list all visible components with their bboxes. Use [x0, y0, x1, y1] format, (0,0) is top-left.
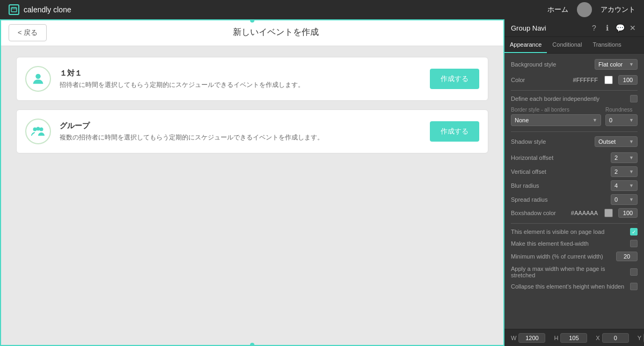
- color-row: Color #FFFFFF 100: [511, 75, 638, 85]
- border-roundness-row: Border style - all borders None ▼ Roundn…: [511, 107, 638, 126]
- min-width-label: Minimum width (% of current width): [511, 253, 616, 260]
- background-style-select[interactable]: Flat color ▼: [595, 59, 638, 70]
- svg-point-5: [33, 128, 37, 131]
- visible-on-load-label: This element is visible on page load: [511, 229, 630, 235]
- blur-radius-label: Blur radius: [511, 182, 539, 189]
- spread-radius-label: Spread radius: [511, 196, 548, 203]
- event-info-group: グループ 複数の招待者に時間を選択してもらう定期的にスケジュールできるイベントを…: [60, 121, 421, 142]
- roundness-label: Roundness: [605, 107, 638, 113]
- event-icon-group: [25, 119, 51, 144]
- create-button-group[interactable]: 作成する: [430, 121, 479, 142]
- define-border-checkbox[interactable]: [630, 95, 638, 102]
- define-border-row: Define each border independently: [511, 95, 638, 102]
- shadow-style-value: Outset: [598, 138, 616, 145]
- event-name-group: グループ: [60, 121, 421, 131]
- event-desc-group: 複数の招待者に時間を選択してもらう定期的にスケジュールできるイベントを作成します…: [60, 133, 421, 142]
- h-label: H: [554, 335, 558, 341]
- info-icon[interactable]: ℹ: [602, 24, 612, 32]
- roundness-group: Roundness 0 ▼: [605, 107, 638, 126]
- nav-account[interactable]: アカウント: [601, 5, 635, 14]
- events-area: １対１ 招待者に時間を選択してもらう定期的にスケジュールできるイベントを作成しま…: [0, 46, 504, 164]
- divider-2: [511, 131, 638, 132]
- collapse-height-row: Collapse this element's height when hidd…: [511, 283, 638, 290]
- x-input[interactable]: [602, 333, 629, 343]
- y-label: Y: [638, 335, 641, 341]
- apply-max-width-row: Apply a max width when the page is stret…: [511, 266, 638, 278]
- horizontal-offset-input[interactable]: 2 ▼: [611, 152, 638, 163]
- fixed-width-label: Make this element fixed-width: [511, 240, 630, 247]
- horizontal-offset-label: Horizontal offset: [511, 154, 553, 161]
- shadow-style-label: Shadow style: [511, 138, 546, 145]
- svg-rect-0: [11, 8, 17, 12]
- width-input[interactable]: [518, 333, 545, 343]
- back-button[interactable]: < 戻る: [9, 24, 47, 41]
- min-width-input[interactable]: [616, 252, 638, 261]
- collapse-height-label: Collapse this element's height when hidd…: [511, 283, 630, 290]
- event-info-1on1: １対１ 招待者に時間を選択してもらう定期的にスケジュールできるイベントを作成しま…: [60, 69, 421, 90]
- event-card-group: グループ 複数の招待者に時間を選択してもらう定期的にスケジュールできるイベントを…: [16, 109, 488, 153]
- spread-chevron: ▼: [629, 197, 634, 202]
- height-input[interactable]: [560, 333, 587, 343]
- app-icon: [9, 4, 19, 15]
- h-offset-chevron: ▼: [629, 155, 634, 160]
- panel-icons: ? ℹ 💬 ✕: [589, 24, 638, 32]
- avatar[interactable]: [577, 2, 592, 17]
- border-style-value: None: [515, 117, 529, 123]
- blur-radius-input[interactable]: 4 ▼: [611, 180, 638, 191]
- panel-content: Background style Flat color ▼ Color #FFF…: [504, 54, 644, 329]
- boxshadow-color-row: Boxshadow color #AAAAAA 100: [511, 208, 638, 218]
- shadow-style-select[interactable]: Outset ▼: [595, 136, 638, 147]
- tab-appearance[interactable]: Appearance: [504, 37, 547, 53]
- spread-radius-row: Spread radius 0 ▼: [511, 194, 638, 205]
- border-style-label: Border style - all borders: [511, 107, 601, 113]
- x-label: X: [596, 335, 599, 341]
- divider-3: [511, 223, 638, 224]
- height-field: H: [554, 333, 587, 343]
- event-card-1on1: １対１ 招待者に時間を選択してもらう定期的にスケジュールできるイベントを作成しま…: [16, 57, 488, 101]
- blur-chevron: ▼: [629, 183, 634, 188]
- help-icon[interactable]: ?: [589, 24, 599, 32]
- handle-bottom[interactable]: [250, 343, 254, 346]
- boxshadow-color-swatch[interactable]: [604, 209, 613, 217]
- define-border-label: Define each border independently: [511, 95, 630, 102]
- vertical-offset-row: Vertical offset 2 ▼: [511, 166, 638, 177]
- svg-point-7: [36, 127, 40, 131]
- top-bar: calendly clone ホーム アカウント: [0, 0, 644, 19]
- horizontal-offset-value: 2: [614, 154, 618, 161]
- min-width-row: Minimum width (% of current width): [511, 252, 638, 261]
- fixed-width-checkbox[interactable]: [630, 240, 638, 247]
- visible-on-load-checkbox[interactable]: ✓: [630, 228, 638, 235]
- color-swatch[interactable]: [604, 76, 613, 84]
- y-field: Y: [638, 333, 644, 343]
- border-style-select[interactable]: None ▼: [511, 114, 601, 126]
- right-panel: Group Navi ? ℹ 💬 ✕ Appearance Conditiona…: [504, 19, 644, 346]
- panel-title: Group Navi: [511, 24, 546, 32]
- page-title: 新しいイベントを作成: [55, 27, 496, 38]
- visible-on-load-row: This element is visible on page load ✓: [511, 228, 638, 235]
- vertical-offset-label: Vertical offset: [511, 168, 546, 175]
- vertical-offset-input[interactable]: 2 ▼: [611, 166, 638, 177]
- collapse-height-checkbox[interactable]: [630, 283, 638, 290]
- panel-header: Group Navi ? ℹ 💬 ✕: [504, 19, 644, 37]
- divider-1: [511, 90, 638, 91]
- color-opacity-input[interactable]: 100: [618, 75, 638, 85]
- comment-icon[interactable]: 💬: [615, 24, 625, 32]
- x-field: X: [596, 333, 628, 343]
- apply-max-width-label: Apply a max width when the page is stret…: [511, 266, 630, 278]
- roundness-select[interactable]: 0 ▼: [605, 114, 638, 126]
- boxshadow-opacity-input[interactable]: 100: [618, 208, 638, 218]
- tab-conditional[interactable]: Conditional: [547, 37, 587, 53]
- apply-max-width-checkbox[interactable]: [630, 268, 638, 276]
- vertical-offset-value: 2: [614, 168, 618, 175]
- svg-point-4: [35, 74, 40, 79]
- app-branding: calendly clone: [9, 4, 71, 15]
- close-icon[interactable]: ✕: [628, 24, 638, 32]
- event-desc-1on1: 招待者に時間を選択してもらう定期的にスケジュールできるイベントを作成します。: [60, 80, 421, 90]
- horizontal-offset-row: Horizontal offset 2 ▼: [511, 152, 638, 163]
- border-style-group: Border style - all borders None ▼: [511, 107, 601, 126]
- create-button-1on1[interactable]: 作成する: [430, 69, 479, 89]
- spread-radius-input[interactable]: 0 ▼: [611, 194, 638, 205]
- tab-transitions[interactable]: Transitions: [587, 37, 626, 53]
- v-offset-chevron: ▼: [629, 169, 634, 174]
- nav-home[interactable]: ホーム: [547, 5, 568, 14]
